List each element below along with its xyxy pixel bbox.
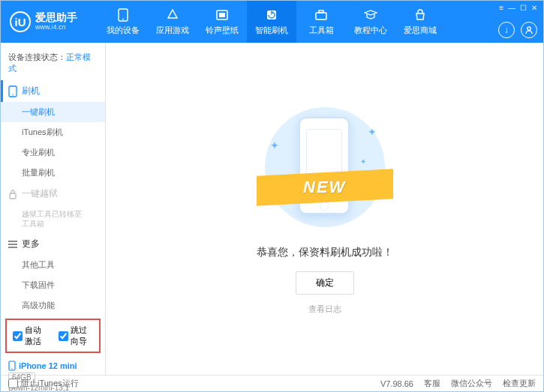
service-link[interactable]: 客服 — [424, 378, 440, 389]
phone-small-icon — [8, 85, 17, 97]
version-label: V7.98.66 — [380, 379, 413, 388]
sidebar-item-pro[interactable]: 专业刷机 — [1, 142, 105, 163]
main-content: ✦ ✦ ✦ NEW 恭喜您，保资料刷机成功啦！ 确定 查看日志 — [106, 43, 543, 375]
nav-flash[interactable]: 智能刷机 — [247, 1, 296, 43]
svg-point-7 — [527, 27, 530, 30]
logo: iU 爱思助手 www.i4.cn — [1, 11, 98, 32]
wechat-link[interactable]: 微信公众号 — [451, 378, 492, 389]
auto-activate-checkbox[interactable]: 自动激活 — [13, 325, 48, 347]
header-actions: ↓ — [498, 22, 537, 38]
app-name: 爱思助手 — [35, 12, 77, 23]
sidebar-jailbreak-note: 越狱工具已转移至 工具箱 — [1, 205, 105, 233]
tutorial-icon — [364, 8, 377, 22]
svg-point-1 — [122, 18, 124, 19]
ribbon-text: NEW — [303, 178, 346, 197]
logo-icon: iU — [10, 11, 31, 32]
phone-icon — [116, 8, 130, 22]
svg-rect-5 — [316, 13, 326, 19]
app-header: iU 爱思助手 www.i4.cn 我的设备 应用游戏 铃声壁纸 智能刷机 工具… — [1, 1, 543, 43]
ok-button[interactable]: 确定 — [296, 271, 354, 295]
svg-point-9 — [12, 94, 14, 95]
options-row: 自动激活 跳过向导 — [5, 319, 101, 353]
svg-rect-10 — [10, 193, 16, 199]
nav-store[interactable]: 爱思商城 — [395, 1, 445, 43]
sidebar-item-oneclick[interactable]: 一键刷机 — [1, 102, 105, 122]
nav-tutorial[interactable]: 教程中心 — [346, 1, 395, 43]
success-illustration: ✦ ✦ ✦ NEW — [261, 103, 389, 231]
update-link[interactable]: 检查更新 — [503, 378, 536, 389]
toolbox-icon — [314, 8, 328, 22]
maximize-icon[interactable]: ☐ — [520, 4, 527, 12]
success-message: 恭喜您，保资料刷机成功啦！ — [257, 246, 393, 259]
block-itunes-checkbox[interactable]: 阻止iTunes运行 — [8, 378, 79, 389]
list-icon — [8, 241, 17, 248]
wallpaper-icon — [215, 8, 229, 22]
lock-icon — [8, 189, 17, 199]
download-button[interactable]: ↓ — [498, 22, 515, 38]
close-icon[interactable]: ✕ — [531, 4, 537, 12]
sidebar-flash-header[interactable]: 刷机 — [1, 80, 105, 102]
app-url: www.i4.cn — [35, 24, 77, 31]
svg-point-12 — [11, 368, 12, 369]
sidebar-item-download[interactable]: 下载固件 — [1, 275, 105, 295]
sidebar-item-other[interactable]: 其他工具 — [1, 255, 105, 275]
sidebar-more-header[interactable]: 更多 — [1, 233, 105, 255]
device-phone-icon — [8, 361, 16, 371]
minimize-icon[interactable]: — — [508, 4, 515, 12]
sidebar-item-advanced[interactable]: 高级功能 — [1, 295, 105, 316]
user-button[interactable] — [521, 22, 537, 38]
sidebar-jailbreak-header[interactable]: 一键越狱 — [1, 183, 105, 205]
sidebar-item-itunes[interactable]: iTunes刷机 — [1, 122, 105, 142]
nav-toolbox[interactable]: 工具箱 — [296, 1, 346, 43]
view-log-link[interactable]: 查看日志 — [308, 304, 341, 315]
menu-icon[interactable]: ≡ — [499, 4, 503, 12]
window-controls: ≡ — ☐ ✕ — [493, 1, 543, 14]
nav-ringtone[interactable]: 铃声壁纸 — [197, 1, 247, 43]
store-icon — [413, 8, 427, 22]
nav-apps[interactable]: 应用游戏 — [148, 1, 197, 43]
svg-rect-6 — [319, 10, 323, 13]
sidebar: 设备连接状态：正常模式 刷机 一键刷机 iTunes刷机 专业刷机 批量刷机 一… — [1, 43, 106, 375]
flash-icon — [265, 8, 278, 22]
apps-icon — [166, 8, 179, 22]
svg-rect-3 — [219, 13, 225, 17]
skip-guide-checkbox[interactable]: 跳过向导 — [59, 325, 94, 347]
nav-my-device[interactable]: 我的设备 — [98, 1, 148, 43]
top-nav: 我的设备 应用游戏 铃声壁纸 智能刷机 工具箱 教程中心 爱思商城 — [98, 1, 543, 43]
connection-status: 设备连接状态：正常模式 — [1, 49, 105, 80]
sidebar-item-batch[interactable]: 批量刷机 — [1, 163, 105, 183]
